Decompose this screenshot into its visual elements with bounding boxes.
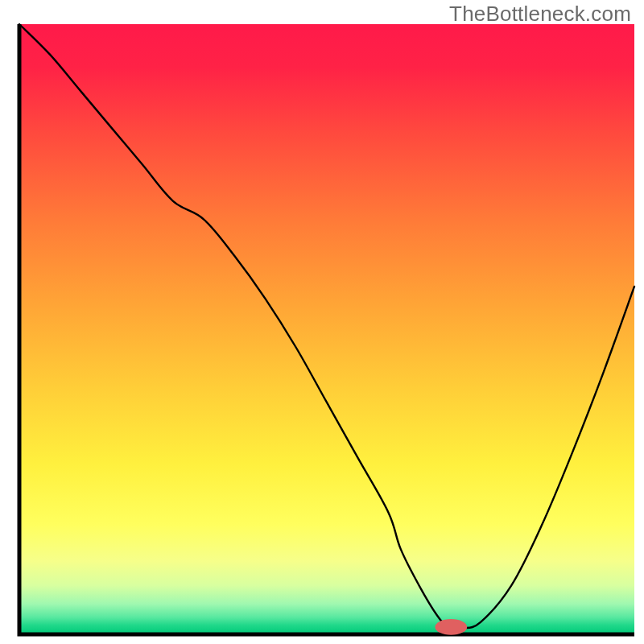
bottleneck-chart: TheBottleneck.com: [0, 0, 644, 644]
gradient-background: [19, 24, 634, 634]
watermark-text: TheBottleneck.com: [449, 2, 631, 27]
optimal-marker: [435, 619, 467, 635]
chart-svg: [0, 0, 644, 644]
